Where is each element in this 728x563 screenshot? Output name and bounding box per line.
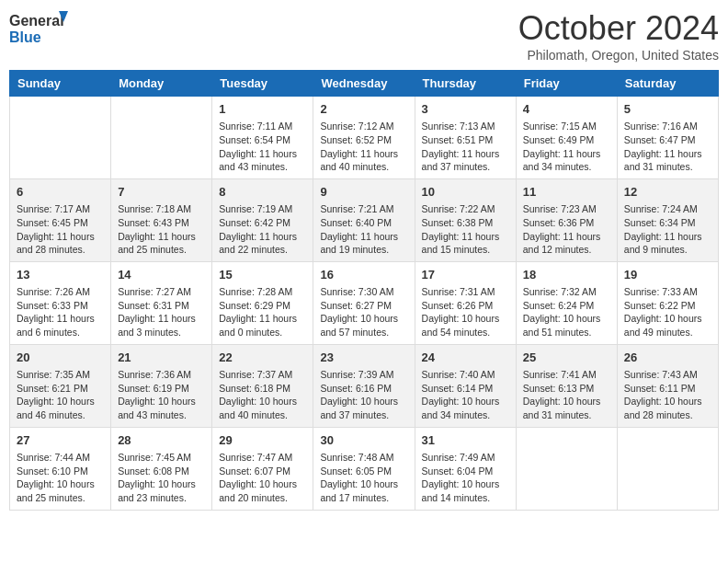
- sunset-text: Sunset: 6:14 PM: [422, 383, 494, 394]
- sunset-text: Sunset: 6:07 PM: [219, 465, 290, 477]
- calendar-cell: 4Sunrise: 7:15 AMSunset: 6:49 PMDaylight…: [516, 97, 617, 179]
- day-number: 30: [320, 432, 407, 449]
- sunrise-text: Sunrise: 7:36 AM: [118, 369, 191, 380]
- daylight-text: Daylight: 10 hours and 37 minutes.: [320, 396, 398, 420]
- sunrise-text: Sunrise: 7:26 AM: [17, 286, 90, 297]
- daylight-text: Daylight: 10 hours and 46 minutes.: [17, 396, 95, 420]
- calendar-cell: 3Sunrise: 7:13 AMSunset: 6:51 PMDaylight…: [415, 97, 516, 179]
- day-number: 21: [118, 350, 205, 366]
- calendar-cell: 16Sunrise: 7:30 AMSunset: 6:27 PMDayligh…: [313, 261, 415, 344]
- daylight-text: Daylight: 11 hours and 6 minutes.: [17, 313, 95, 338]
- calendar-cell: 8Sunrise: 7:19 AMSunset: 6:42 PMDaylight…: [212, 178, 313, 261]
- title-area: October 2024 Philomath, Oregon, United S…: [518, 9, 719, 63]
- col-header-friday: Friday: [516, 71, 617, 97]
- sunrise-text: Sunrise: 7:31 AM: [422, 286, 495, 297]
- sunrise-text: Sunrise: 7:28 AM: [219, 286, 292, 297]
- sunset-text: Sunset: 6:52 PM: [320, 134, 392, 145]
- sunrise-text: Sunrise: 7:16 AM: [624, 121, 698, 132]
- calendar-cell: 19Sunrise: 7:33 AMSunset: 6:22 PMDayligh…: [617, 261, 718, 344]
- col-header-saturday: Saturday: [617, 71, 718, 97]
- daylight-text: Daylight: 11 hours and 28 minutes.: [17, 231, 95, 256]
- sunrise-text: Sunrise: 7:44 AM: [17, 452, 90, 463]
- sunrise-text: Sunrise: 7:17 AM: [17, 203, 90, 214]
- sunrise-text: Sunrise: 7:13 AM: [422, 121, 495, 132]
- daylight-text: Daylight: 10 hours and 23 minutes.: [118, 478, 196, 503]
- sunrise-text: Sunrise: 7:43 AM: [624, 369, 698, 380]
- sunrise-text: Sunrise: 7:30 AM: [320, 286, 393, 297]
- daylight-text: Daylight: 11 hours and 19 minutes.: [320, 231, 398, 256]
- calendar-cell: 28Sunrise: 7:45 AMSunset: 6:08 PMDayligh…: [111, 427, 212, 510]
- calendar-cell: 15Sunrise: 7:28 AMSunset: 6:29 PMDayligh…: [212, 261, 313, 344]
- sunrise-text: Sunrise: 7:22 AM: [422, 203, 495, 214]
- calendar-cell: 6Sunrise: 7:17 AMSunset: 6:45 PMDaylight…: [10, 178, 111, 261]
- sunrise-text: Sunrise: 7:19 AM: [219, 203, 292, 214]
- calendar-cell: 17Sunrise: 7:31 AMSunset: 6:26 PMDayligh…: [415, 261, 516, 344]
- calendar-cell: 5Sunrise: 7:16 AMSunset: 6:47 PMDaylight…: [617, 97, 718, 179]
- daylight-text: Daylight: 10 hours and 40 minutes.: [219, 396, 297, 420]
- daylight-text: Daylight: 10 hours and 54 minutes.: [422, 313, 500, 338]
- sunrise-text: Sunrise: 7:21 AM: [320, 203, 393, 214]
- calendar-cell: 9Sunrise: 7:21 AMSunset: 6:40 PMDaylight…: [313, 178, 415, 261]
- day-number: 2: [320, 101, 407, 118]
- day-number: 12: [624, 184, 711, 201]
- page-header: GeneralBlue October 2024 Philomath, Oreg…: [9, 9, 719, 63]
- day-number: 28: [118, 432, 205, 449]
- sunrise-text: Sunrise: 7:24 AM: [624, 203, 698, 214]
- sunrise-text: Sunrise: 7:41 AM: [523, 369, 597, 380]
- sunrise-text: Sunrise: 7:12 AM: [320, 121, 393, 132]
- week-row-3: 13Sunrise: 7:26 AMSunset: 6:33 PMDayligh…: [10, 261, 719, 344]
- sunset-text: Sunset: 6:16 PM: [320, 383, 392, 394]
- sunset-text: Sunset: 6:22 PM: [624, 300, 696, 311]
- daylight-text: Daylight: 11 hours and 12 minutes.: [523, 231, 601, 256]
- daylight-text: Daylight: 10 hours and 31 minutes.: [523, 396, 601, 420]
- day-number: 8: [219, 184, 306, 201]
- calendar-cell: [111, 97, 212, 179]
- day-number: 31: [422, 432, 509, 449]
- day-number: 24: [422, 350, 509, 366]
- day-number: 15: [219, 267, 306, 283]
- sunset-text: Sunset: 6:31 PM: [118, 300, 189, 311]
- sunrise-text: Sunrise: 7:33 AM: [624, 286, 698, 297]
- sunset-text: Sunset: 6:54 PM: [219, 134, 290, 145]
- sunset-text: Sunset: 6:29 PM: [219, 300, 290, 311]
- daylight-text: Daylight: 10 hours and 14 minutes.: [422, 478, 500, 503]
- day-number: 5: [624, 101, 711, 118]
- svg-text:General: General: [9, 13, 64, 29]
- sunrise-text: Sunrise: 7:35 AM: [17, 369, 90, 380]
- day-number: 23: [320, 350, 407, 366]
- daylight-text: Daylight: 11 hours and 37 minutes.: [422, 148, 500, 173]
- calendar-cell: 24Sunrise: 7:40 AMSunset: 6:14 PMDayligh…: [415, 344, 516, 427]
- sunset-text: Sunset: 6:04 PM: [422, 465, 494, 477]
- calendar-cell: 21Sunrise: 7:36 AMSunset: 6:19 PMDayligh…: [111, 344, 212, 427]
- sunset-text: Sunset: 6:47 PM: [624, 134, 696, 145]
- sunset-text: Sunset: 6:51 PM: [422, 134, 494, 145]
- calendar-cell: 20Sunrise: 7:35 AMSunset: 6:21 PMDayligh…: [10, 344, 111, 427]
- col-header-tuesday: Tuesday: [212, 71, 313, 97]
- calendar-cell: 22Sunrise: 7:37 AMSunset: 6:18 PMDayligh…: [212, 344, 313, 427]
- day-number: 6: [17, 184, 104, 201]
- sunset-text: Sunset: 6:19 PM: [118, 383, 189, 394]
- month-title: October 2024: [518, 9, 719, 48]
- day-number: 3: [422, 101, 509, 118]
- day-number: 10: [422, 184, 509, 201]
- day-number: 13: [17, 267, 104, 283]
- day-number: 22: [219, 350, 306, 366]
- day-number: 25: [523, 350, 610, 366]
- calendar-cell: 31Sunrise: 7:49 AMSunset: 6:04 PMDayligh…: [415, 427, 516, 510]
- daylight-text: Daylight: 10 hours and 57 minutes.: [320, 313, 398, 338]
- daylight-text: Daylight: 10 hours and 49 minutes.: [624, 313, 702, 338]
- daylight-text: Daylight: 10 hours and 25 minutes.: [17, 478, 95, 503]
- daylight-text: Daylight: 10 hours and 17 minutes.: [320, 478, 398, 503]
- sunrise-text: Sunrise: 7:37 AM: [219, 369, 292, 380]
- calendar-cell: 14Sunrise: 7:27 AMSunset: 6:31 PMDayligh…: [111, 261, 212, 344]
- sunrise-text: Sunrise: 7:45 AM: [118, 452, 191, 463]
- day-number: 19: [624, 267, 711, 283]
- daylight-text: Daylight: 10 hours and 34 minutes.: [422, 396, 500, 420]
- sunset-text: Sunset: 6:24 PM: [523, 300, 595, 311]
- sunrise-text: Sunrise: 7:32 AM: [523, 286, 597, 297]
- week-row-4: 20Sunrise: 7:35 AMSunset: 6:21 PMDayligh…: [10, 344, 719, 427]
- sunrise-text: Sunrise: 7:23 AM: [523, 203, 597, 214]
- sunset-text: Sunset: 6:11 PM: [624, 383, 696, 394]
- day-number: 26: [624, 350, 711, 366]
- day-number: 18: [523, 267, 610, 283]
